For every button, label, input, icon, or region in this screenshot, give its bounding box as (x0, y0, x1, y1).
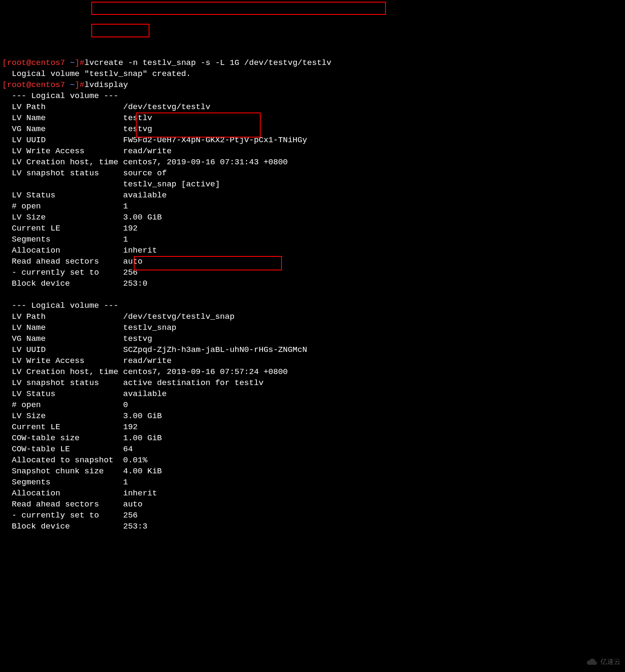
lv2-blockdev: Block device 253:3 (2, 522, 147, 531)
lv1-creation: LV Creation host, time centos7, 2019-09-… (2, 157, 288, 167)
lv1-segments: Segments 1 (2, 235, 128, 244)
lv2-uuid: LV UUID SCZpqd-ZjZh-h3am-jaBL-uhN0-rHGs-… (2, 345, 307, 354)
lv1-vg: VG Name testvg (2, 124, 152, 134)
lv2-snapshot: LV snapshot status active destination fo… (2, 378, 264, 388)
lv2-path: LV Path /dev/testvg/testlv_snap (2, 312, 234, 321)
prompt-line-2[interactable]: [root@centos7 ~]#lvdisplay (2, 80, 128, 90)
terminal-output: [root@centos7 ~]#lvcreate -n testlv_snap… (2, 46, 625, 532)
lv2-readahead: Read ahead sectors auto (2, 500, 143, 509)
command-lvcreate: lvcreate -n testlv_snap -s -L 1G /dev/te… (84, 58, 332, 67)
prompt-user: [root@centos7 (2, 58, 70, 67)
lv1-name: LV Name testlv (2, 113, 152, 123)
lv2-name: LV Name testlv_snap (2, 323, 176, 332)
lv1-status: LV Status available (2, 191, 167, 200)
lv2-write-access: LV Write Access read/write (2, 356, 172, 366)
lv1-header: --- Logical volume --- (2, 91, 118, 101)
prompt-line-1[interactable]: [root@centos7 ~]#lvcreate -n testlv_snap… (2, 58, 331, 67)
lv1-allocation: Allocation inherit (2, 246, 157, 255)
lv1-write-access: LV Write Access read/write (2, 146, 172, 156)
lv1-readahead: Read ahead sectors auto (2, 257, 143, 266)
lv1-snapshot2: testlv_snap [active] (2, 180, 220, 189)
lv2-segments: Segments 1 (2, 478, 128, 487)
lv1-path: LV Path /dev/testvg/testlv (2, 102, 210, 112)
command-lvdisplay: lvdisplay (84, 80, 128, 90)
cloud-icon (586, 658, 598, 666)
lv2-currently: - currently set to 256 (2, 511, 138, 520)
lv2-le: Current LE 192 (2, 422, 138, 432)
lv2-chunk: Snapshot chunk size 4.00 KiB (2, 467, 162, 476)
lv2-header: --- Logical volume --- (2, 301, 118, 310)
lv1-blockdev: Block device 253:0 (2, 279, 147, 288)
lv2-vg: VG Name testvg (2, 334, 152, 343)
lv2-size: LV Size 3.00 GiB (2, 411, 162, 421)
blank-line (2, 290, 7, 299)
lv1-le: Current LE 192 (2, 224, 138, 233)
watermark-text: 亿速云 (600, 657, 621, 668)
lv2-status: LV Status available (2, 389, 167, 399)
lv1-size: LV Size 3.00 GiB (2, 213, 162, 222)
highlight-lvdisplay-cmd (91, 24, 149, 37)
lv2-cow-le: COW-table LE 64 (2, 444, 133, 454)
lv2-alloc-snap: Allocated to snapshot 0.01% (2, 455, 147, 465)
lv2-allocation: Allocation inherit (2, 489, 157, 498)
prompt-end: ]# (75, 80, 84, 90)
lv1-currently: - currently set to 256 (2, 268, 138, 277)
lv2-creation: LV Creation host, time centos7, 2019-09-… (2, 367, 288, 377)
lv1-open: # open 1 (2, 202, 128, 211)
highlight-lvcreate-cmd (91, 2, 386, 15)
prompt-tilde: ~ (70, 58, 75, 67)
lv1-snapshot: LV snapshot status source of (2, 169, 167, 178)
prompt-user: [root@centos7 (2, 80, 70, 90)
output-created: Logical volume "testlv_snap" created. (2, 69, 191, 79)
lv2-open: # open 0 (2, 400, 128, 410)
watermark: 亿速云 (586, 657, 621, 668)
prompt-tilde: ~ (70, 80, 75, 90)
prompt-end: ]# (75, 58, 84, 67)
lv1-uuid: LV UUID FW5Fd2-UeH7-X4pN-GKX2-PtjV-pCx1-… (2, 135, 307, 145)
lv2-cow-size: COW-table size 1.00 GiB (2, 433, 162, 443)
